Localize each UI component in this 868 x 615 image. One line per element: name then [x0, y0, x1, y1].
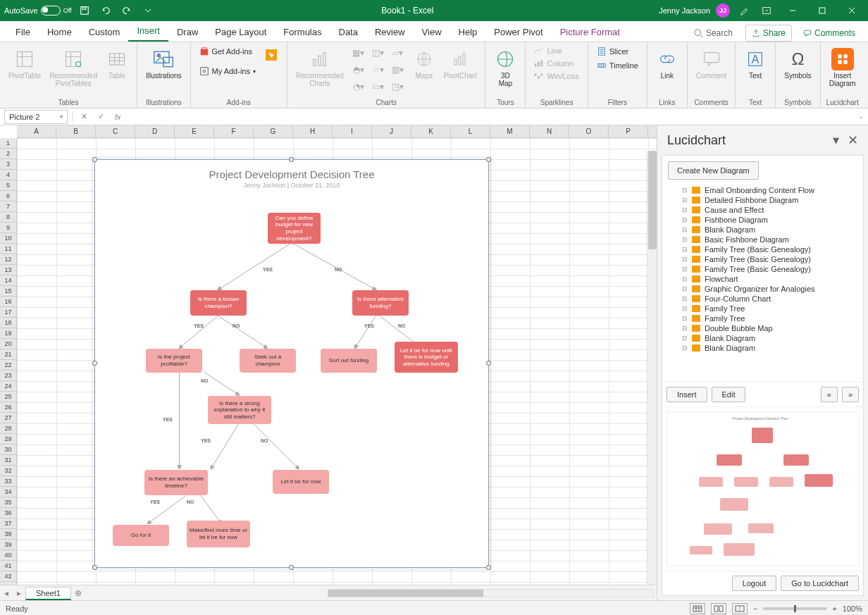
lucid-goto-button[interactable]: Go to Lucidchart [781, 576, 859, 591]
resize-handle-nw[interactable] [92, 157, 97, 162]
row-header[interactable]: 3 [0, 159, 16, 170]
row-header[interactable]: 2 [0, 149, 16, 159]
share-button[interactable]: Share [745, 25, 792, 42]
lucid-tree-item[interactable]: ⊟Cause and Effect [665, 205, 860, 215]
formula-input[interactable] [129, 110, 855, 124]
lucid-tree-item[interactable]: ⊟Fishbone Diagram [665, 215, 860, 225]
scrollbar-horizontal[interactable] [328, 589, 654, 597]
lucid-tree-item[interactable]: ⊟Blank Diagram [665, 225, 860, 235]
row-header[interactable]: 32 [0, 466, 16, 476]
lucid-tree-item[interactable]: ⊟Family Tree (Basic Genealogy) [665, 254, 860, 264]
combo-chart-icon[interactable]: ▥▾ [389, 62, 407, 77]
row-header[interactable]: 5 [0, 180, 16, 191]
column-header[interactable]: E [175, 125, 214, 137]
row-header[interactable]: 10 [0, 233, 16, 244]
view-layout-button[interactable] [711, 603, 726, 614]
table-button[interactable]: Table [103, 45, 131, 82]
resize-handle-e[interactable] [486, 361, 491, 366]
lucid-prev-button[interactable]: « [821, 387, 838, 402]
lucid-tree-item[interactable]: ⊟Email Onboarding Content Flow [665, 185, 860, 195]
view-pagebreak-button[interactable] [732, 603, 748, 614]
column-header[interactable]: G [254, 125, 293, 137]
row-header[interactable]: 38 [0, 529, 16, 540]
embedded-diagram[interactable]: Project Development Decision Tree Jenny … [94, 159, 489, 568]
symbols-button[interactable]: ΩSymbols [781, 45, 814, 82]
chevron-down-icon[interactable]: ▾ [60, 113, 63, 120]
tab-insert[interactable]: Insert [128, 21, 168, 42]
sheet-nav-prev[interactable]: ◂ [0, 588, 13, 598]
add-sheet-button[interactable]: ⊕ [71, 588, 85, 598]
row-header[interactable]: 12 [0, 254, 16, 265]
pivotchart-button[interactable]: PivotChart [441, 45, 480, 82]
column-header[interactable]: F [214, 125, 254, 137]
3d-map-button[interactable]: 3D Map [491, 45, 519, 90]
scroll-thumb-v[interactable] [648, 151, 657, 249]
row-header[interactable]: 26 [0, 402, 16, 413]
recommended-charts-button[interactable]: Recommended Charts [293, 45, 347, 90]
minimize-button[interactable] [781, 2, 805, 19]
resize-handle-se[interactable] [486, 565, 491, 570]
zoom-slider[interactable] [763, 607, 826, 610]
sparkline-column-button[interactable]: Column [531, 58, 581, 69]
column-header[interactable]: K [411, 125, 451, 137]
lucid-tree-item[interactable]: ⊟Basic Fishbone Diagram [665, 235, 860, 244]
tab-custom[interactable]: Custom [80, 23, 129, 42]
row-header[interactable]: 4 [0, 170, 16, 180]
tab-page-layout[interactable]: Page Layout [206, 23, 275, 42]
row-header[interactable]: 16 [0, 297, 16, 307]
row-header[interactable]: 29 [0, 434, 16, 445]
comment-button[interactable]: Comment [693, 45, 729, 82]
user-avatar[interactable]: JJ [716, 4, 730, 18]
lucid-tree-item[interactable]: ⊟Detailed Fishbone Diagram [665, 195, 860, 205]
resize-handle-s[interactable] [289, 565, 294, 570]
row-header[interactable]: 30 [0, 445, 16, 455]
column-header[interactable]: C [96, 125, 135, 137]
lucid-tree-item[interactable]: ⊟Family Tree [665, 313, 860, 323]
pivot-table-button[interactable]: PivotTable [6, 45, 44, 82]
tab-draw[interactable]: Draw [168, 23, 206, 42]
row-header[interactable]: 35 [0, 497, 16, 508]
create-new-diagram-button[interactable]: Create New Diagram [668, 161, 759, 180]
tab-data[interactable]: Data [330, 23, 366, 42]
column-header[interactable]: J [372, 125, 411, 137]
zoom-out-button[interactable]: − [753, 604, 757, 613]
get-addins-button[interactable]: Get Add-ins [197, 45, 259, 58]
scroll-thumb-h[interactable] [328, 590, 483, 597]
ribbon-display-icon[interactable] [758, 2, 775, 19]
column-header[interactable]: H [293, 125, 333, 137]
column-header[interactable]: M [490, 125, 530, 137]
tab-file[interactable]: File [7, 23, 39, 42]
resize-handle-w[interactable] [92, 361, 97, 366]
row-header[interactable]: 39 [0, 540, 16, 550]
column-header[interactable]: L [451, 125, 490, 137]
maximize-button[interactable] [810, 2, 834, 19]
row-header[interactable]: 34 [0, 487, 16, 497]
column-header[interactable]: O [569, 125, 609, 137]
resize-handle-sw[interactable] [92, 565, 97, 570]
row-header[interactable]: 33 [0, 476, 16, 487]
row-header[interactable]: 24 [0, 381, 16, 392]
row-header[interactable]: 17 [0, 307, 16, 318]
lucid-logout-button[interactable]: Logout [732, 576, 777, 591]
cancel-formula-button[interactable]: ✕ [77, 112, 91, 121]
row-header[interactable]: 6 [0, 191, 16, 201]
save-icon[interactable] [76, 2, 93, 19]
undo-icon[interactable] [97, 2, 114, 19]
row-header[interactable]: 21 [0, 349, 16, 360]
pie-chart-icon[interactable]: ◔▾ [349, 79, 368, 94]
zoom-level[interactable]: 100% [843, 604, 862, 613]
column-header[interactable]: P [609, 125, 648, 137]
line-chart-icon[interactable]: ▱▾ [389, 45, 407, 61]
slicer-button[interactable]: Slicer [594, 45, 641, 58]
column-header[interactable]: N [530, 125, 569, 137]
sheet-nav-next[interactable]: ▸ [13, 588, 25, 598]
scatter-chart-icon[interactable]: ⁙▾ [369, 62, 388, 77]
enter-formula-button[interactable]: ✓ [94, 112, 108, 121]
row-header[interactable]: 9 [0, 223, 16, 233]
tab-home[interactable]: Home [39, 23, 80, 42]
lucid-menu-icon[interactable]: ▾ [833, 132, 839, 148]
lucid-diagram-list[interactable]: ⊟Email Onboarding Content Flow⊟Detailed … [662, 185, 863, 382]
row-header[interactable]: 31 [0, 455, 16, 466]
qat-more-icon[interactable] [140, 2, 156, 19]
column-header[interactable]: I [333, 125, 372, 137]
